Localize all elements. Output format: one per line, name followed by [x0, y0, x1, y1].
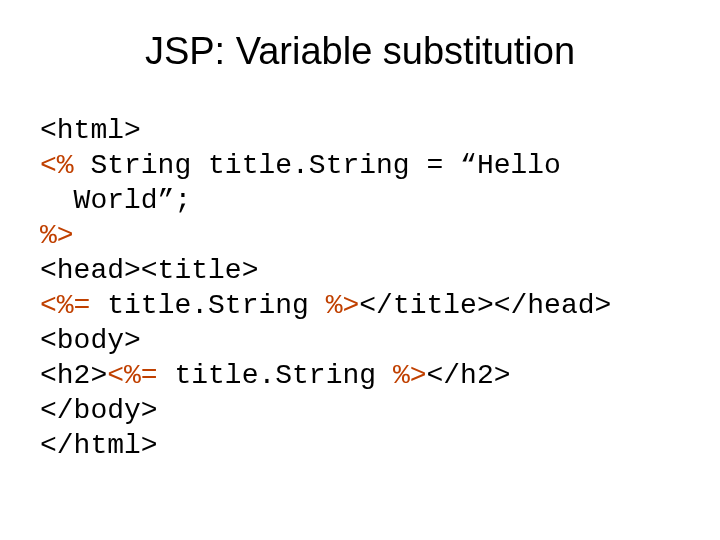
code-highlight: <%: [40, 150, 74, 181]
code-highlight: %>: [393, 360, 427, 391]
code-text: title.String: [90, 290, 325, 321]
code-line: <%= title.String %></title></head>: [40, 288, 690, 323]
code-text: title.String: [158, 360, 393, 391]
code-text: </h2>: [427, 360, 511, 391]
code-line: <h2><%= title.String %></h2>: [40, 358, 690, 393]
code-highlight: %>: [326, 290, 360, 321]
code-line: </html>: [40, 428, 690, 463]
code-line: <html>: [40, 113, 690, 148]
page-title: JSP: Variable substitution: [30, 30, 690, 73]
code-highlight: <%=: [40, 290, 90, 321]
code-line: <body>: [40, 323, 690, 358]
code-line: %>: [40, 218, 690, 253]
code-text: <h2>: [40, 360, 107, 391]
code-line: </body>: [40, 393, 690, 428]
code-highlight: <%=: [107, 360, 157, 391]
code-highlight: %>: [40, 220, 74, 251]
code-line: World”;: [40, 183, 690, 218]
code-text: String title.String = “Hello: [74, 150, 561, 181]
code-line: <% String title.String = “Hello: [40, 148, 690, 183]
code-text: </title></head>: [359, 290, 611, 321]
code-line: <head><title>: [40, 253, 690, 288]
code-block: <html> <% String title.String = “Hello W…: [30, 113, 690, 463]
